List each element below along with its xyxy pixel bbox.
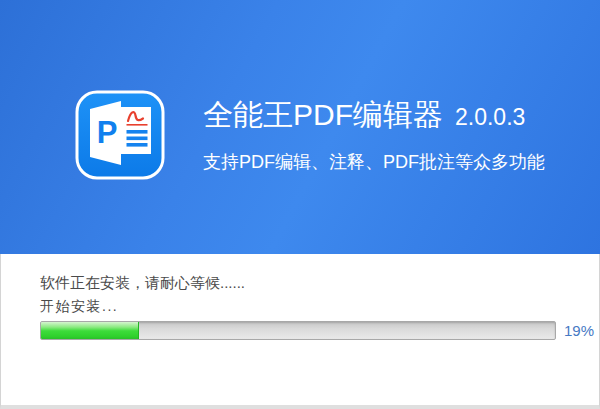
install-step-text: 开始安装...: [40, 298, 118, 316]
progress-bar: [40, 321, 556, 340]
banner: P 全能王PDF编辑器2.0.0.3 支持PDF编辑、注释、PDF批注等众多功能: [0, 0, 600, 254]
app-icon: P: [75, 90, 165, 180]
install-status-text: 软件正在安装，请耐心等候......: [40, 274, 245, 293]
installer-window: P 全能王PDF编辑器2.0.0.3 支持PDF编辑、注释、PDF批注等众多功能…: [0, 0, 600, 409]
pdf-document-icon: P: [75, 90, 165, 180]
app-version: 2.0.0.3: [455, 104, 525, 130]
icon-letter-p: P: [97, 115, 118, 150]
banner-text: 全能王PDF编辑器2.0.0.3 支持PDF编辑、注释、PDF批注等众多功能: [203, 97, 545, 173]
install-panel: 软件正在安装，请耐心等候...... 开始安装... 19%: [0, 254, 600, 409]
title-row: 全能王PDF编辑器2.0.0.3: [203, 97, 545, 135]
app-title: 全能王PDF编辑器: [203, 98, 443, 131]
progress-percent-label: 19%: [564, 322, 594, 339]
app-subtitle: 支持PDF编辑、注释、PDF批注等众多功能: [203, 151, 545, 173]
progress-bar-fill: [41, 322, 139, 339]
